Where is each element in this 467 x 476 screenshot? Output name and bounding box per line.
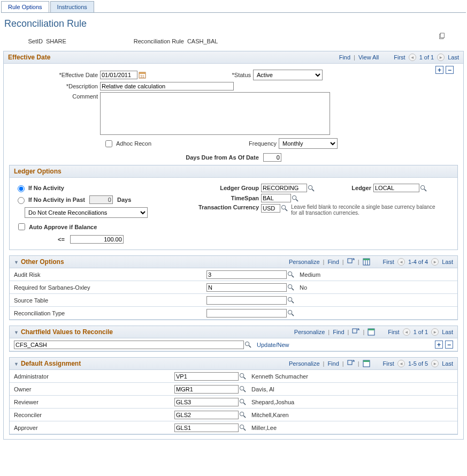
svg-line-21: [292, 288, 294, 290]
lte-label: <=: [58, 236, 65, 243]
svg-point-22: [288, 297, 292, 301]
status-label: *Status: [146, 72, 253, 78]
eff-viewall-link[interactable]: View All: [358, 54, 379, 61]
assign-personalize-link[interactable]: Personalize: [289, 360, 319, 367]
eff-add-row-button[interactable]: +: [435, 66, 443, 74]
collapse-icon[interactable]: ▼: [14, 361, 19, 367]
zoom-icon[interactable]: [352, 328, 359, 336]
lookup-icon[interactable]: [239, 411, 246, 419]
other-personalize-link[interactable]: Personalize: [289, 259, 319, 265]
assign-code-input[interactable]: [174, 385, 239, 394]
eff-find-link[interactable]: Find: [339, 54, 350, 61]
lookup-icon[interactable]: [287, 297, 294, 304]
assign-prev-button[interactable]: ◄: [397, 360, 405, 367]
lookup-icon[interactable]: [291, 194, 298, 202]
other-options-section: ▼Other Options Personalize| Find| | Firs…: [9, 255, 458, 320]
ifnoactivitypast-radio[interactable]: [18, 197, 25, 204]
other-find-link[interactable]: Find: [327, 259, 339, 265]
effdate-input[interactable]: [100, 71, 137, 79]
status-select[interactable]: Active: [253, 70, 323, 80]
setid-value: SHARE: [46, 38, 66, 44]
cf-next-button[interactable]: ►: [431, 328, 439, 336]
cf-find-link[interactable]: Find: [333, 329, 344, 335]
assign-name: Kenneth Schumacher: [251, 373, 308, 380]
lookup-icon[interactable]: [307, 184, 315, 192]
autoapprove-checkbox[interactable]: [18, 223, 25, 230]
daysdue-label: Days Due from As Of Date: [186, 154, 259, 161]
effdate-label: *Effective Date: [9, 72, 100, 78]
pastdays-input: [89, 195, 113, 204]
cf-prev-button[interactable]: ◄: [403, 328, 410, 336]
assign-code-input[interactable]: [174, 398, 239, 406]
tab-rule-options[interactable]: Rule Options: [1, 1, 49, 12]
other-prev-button[interactable]: ◄: [397, 258, 405, 266]
other-row-input[interactable]: [206, 270, 287, 279]
assign-name: Mitchell,Karen: [251, 412, 289, 418]
assign-next-button[interactable]: ►: [431, 360, 439, 367]
assign-name: Shepard,Joshua: [251, 399, 294, 405]
adhoc-checkbox[interactable]: [105, 140, 112, 147]
cf-value-input[interactable]: [14, 341, 244, 349]
cf-personalize-link[interactable]: Personalize: [294, 329, 325, 335]
download-icon[interactable]: [363, 258, 370, 266]
zoom-icon[interactable]: [347, 258, 355, 266]
collapse-icon[interactable]: ▼: [14, 330, 19, 335]
cf-updatenew-link[interactable]: Update/New: [257, 342, 289, 348]
download-icon[interactable]: [368, 328, 375, 336]
other-row-input[interactable]: [206, 309, 287, 318]
table-row: ReviewerShepard,Joshua: [10, 396, 457, 409]
eff-pager[interactable]: 1 of 1: [419, 54, 434, 61]
svg-rect-13: [348, 259, 352, 263]
daysdue-input[interactable]: [263, 153, 281, 162]
svg-rect-31: [348, 360, 352, 365]
assign-name: Miller,Lee: [251, 425, 277, 431]
lookup-icon[interactable]: [287, 271, 294, 278]
default-assignment-section: ▼Default Assignment Personalize| Find| |…: [9, 357, 458, 435]
cf-add-row-button[interactable]: +: [435, 341, 443, 349]
ledger-input[interactable]: [373, 184, 419, 192]
table-row: OwnerDavis, Al: [10, 383, 457, 396]
other-row-input[interactable]: [206, 296, 287, 305]
assign-code-input[interactable]: [174, 372, 239, 381]
assign-code-input[interactable]: [174, 411, 239, 419]
lookup-icon[interactable]: [239, 386, 246, 393]
lookup-icon[interactable]: [244, 341, 251, 349]
other-row-input[interactable]: [206, 283, 287, 292]
eff-next-button[interactable]: ►: [437, 54, 445, 61]
ledgergroup-input[interactable]: [261, 184, 307, 192]
collapse-icon[interactable]: ▼: [14, 260, 19, 265]
lookup-icon[interactable]: [287, 284, 294, 291]
zoom-icon[interactable]: [347, 360, 355, 367]
eff-delete-row-button[interactable]: −: [446, 66, 454, 74]
cf-delete-row-button[interactable]: −: [445, 341, 453, 349]
svg-line-19: [292, 275, 294, 277]
txncurr-input[interactable]: [261, 204, 280, 213]
cf-pager[interactable]: 1 of 1: [414, 329, 428, 335]
other-pager[interactable]: 1-4 of 4: [408, 259, 428, 265]
timespan-input[interactable]: [261, 194, 291, 202]
rule-value: CASH_BAL: [187, 38, 218, 44]
calendar-icon[interactable]: 31: [139, 71, 146, 79]
copy-icon[interactable]: [438, 33, 446, 40]
lookup-icon[interactable]: [239, 424, 246, 432]
noactivity-action-select[interactable]: Do Not Create Reconciliations: [25, 207, 148, 218]
desc-input[interactable]: [100, 82, 234, 90]
ifnoactivity-radio[interactable]: [18, 185, 25, 192]
eff-prev-button[interactable]: ◄: [409, 54, 416, 61]
comment-textarea[interactable]: [100, 92, 330, 135]
tab-instructions[interactable]: Instructions: [50, 1, 94, 12]
assign-code-input[interactable]: [174, 424, 239, 432]
threshold-input[interactable]: [70, 235, 124, 244]
assign-find-link[interactable]: Find: [327, 360, 339, 367]
lookup-icon[interactable]: [239, 373, 246, 380]
table-row: Reconciliation Type: [10, 307, 457, 320]
lookup-icon[interactable]: [239, 398, 246, 406]
freq-select[interactable]: Monthly: [279, 138, 338, 149]
lookup-icon[interactable]: [419, 184, 427, 192]
other-next-button[interactable]: ►: [431, 258, 439, 266]
assign-pager[interactable]: 1-5 of 5: [408, 360, 428, 367]
assign-last: Last: [442, 360, 453, 367]
download-icon[interactable]: [363, 360, 370, 367]
lookup-icon[interactable]: [280, 204, 288, 211]
lookup-icon[interactable]: [287, 309, 294, 317]
